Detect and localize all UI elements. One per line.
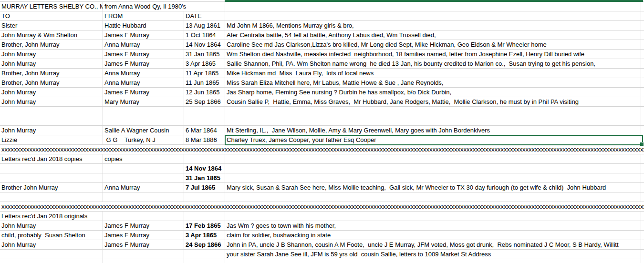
cell-from[interactable] bbox=[103, 173, 184, 182]
cell-notes[interactable]: Cousin Sallie P, Hattie, Emma, Miss Grav… bbox=[225, 97, 641, 106]
cell-date[interactable]: 7 Jul 1865 bbox=[184, 183, 225, 192]
separator-cell[interactable]: xxxxxxxxxxxxxxxxxxxxxxxxxxxxxxxxxxxxxxxx… bbox=[0, 145, 644, 154]
cell-date[interactable]: 31 Jan 1865 bbox=[184, 50, 225, 59]
cell-to[interactable] bbox=[0, 259, 103, 263]
cell-notes[interactable]: Mary sick, Susan & Sarah See here, Miss … bbox=[225, 183, 641, 192]
cell-date[interactable] bbox=[184, 154, 225, 163]
cell-to[interactable]: Letters rec'd Jan 2018 copies bbox=[0, 154, 103, 163]
cell-notes[interactable]: claim for soldier, bushwacking in state bbox=[225, 231, 641, 240]
cell-date[interactable]: 17 Feb 1865 bbox=[184, 221, 225, 230]
cell-notes[interactable]: Md John M 1866, Mentions Murray girls & … bbox=[225, 21, 641, 30]
cell-to[interactable]: child, probably Susan Shelton bbox=[0, 231, 103, 240]
cell-notes[interactable]: John in PA, uncle J B Shannon, cousin A … bbox=[225, 240, 641, 249]
cell-date[interactable]: 13 Aug 1861 bbox=[184, 21, 225, 30]
cell-date[interactable]: 14 Nov 1864 bbox=[184, 40, 225, 49]
cell-to[interactable] bbox=[0, 173, 103, 182]
cell-from[interactable]: James F Murray bbox=[103, 88, 184, 97]
cell-date[interactable]: 8 Mar 1886 bbox=[184, 135, 225, 144]
cell-notes[interactable] bbox=[225, 11, 641, 20]
cell-date[interactable] bbox=[184, 192, 225, 202]
cell-date[interactable] bbox=[184, 250, 225, 259]
cell-notes[interactable] bbox=[225, 2, 641, 11]
cell-notes[interactable] bbox=[225, 154, 641, 163]
cell-from[interactable]: James F Murray bbox=[103, 240, 184, 249]
selected-cell[interactable]: Charley Truex, James Cooper, your father… bbox=[225, 135, 641, 144]
cell-date[interactable] bbox=[184, 259, 225, 263]
cell-notes[interactable] bbox=[225, 192, 641, 202]
cell-date[interactable]: 12 Jun 1865 bbox=[184, 88, 225, 97]
cell-from[interactable] bbox=[103, 164, 184, 173]
cell-notes[interactable]: Mike Hickman md Miss Laura Ely, lots of … bbox=[225, 69, 641, 78]
cell-from[interactable]: James F Murray bbox=[103, 59, 184, 68]
separator-cell[interactable]: xxxxxxxxxxxxxxxxxxxxxxxxxxxxxxxxxxxxxxxx… bbox=[0, 202, 644, 211]
cell-date[interactable]: 14 Nov 1864 bbox=[184, 164, 225, 173]
cell-notes[interactable] bbox=[225, 173, 641, 182]
cell-date[interactable]: 3 Apr 1865 bbox=[184, 59, 225, 68]
cell-from[interactable] bbox=[103, 192, 184, 202]
cell-from[interactable]: Sallie A Wagner Cousin bbox=[103, 126, 184, 135]
cell-date[interactable]: 31 Jan 1865 bbox=[184, 173, 225, 182]
cell-to[interactable] bbox=[0, 250, 103, 259]
cell-date[interactable]: 24 Sep 1866 bbox=[184, 240, 225, 249]
cell-to[interactable]: Brother, John Murray bbox=[0, 78, 103, 87]
cell-date[interactable] bbox=[184, 107, 225, 116]
cell-notes[interactable]: Afer Centralia battle, 54 fell at battle… bbox=[225, 30, 641, 40]
cell-to[interactable]: Letters rec'd Jan 2018 originals bbox=[0, 212, 103, 221]
cell-to[interactable] bbox=[0, 116, 103, 125]
cell-from[interactable]: FROM bbox=[103, 11, 184, 20]
cell-from[interactable]: G G Turkey, N J bbox=[103, 135, 184, 144]
cell-to[interactable]: John Murray bbox=[0, 97, 103, 106]
cell-notes[interactable]: Wm Shelton died Nashville, measles infec… bbox=[225, 50, 641, 59]
cell-date[interactable]: 3 Apr 1865 bbox=[184, 231, 225, 240]
cell-date[interactable] bbox=[184, 212, 225, 221]
cell-notes[interactable]: Sallie Shannon, Phil, PA. Wm Shelton nam… bbox=[225, 59, 641, 68]
cell-to[interactable]: Brother, John Murray bbox=[0, 69, 103, 78]
cell-date[interactable] bbox=[184, 116, 225, 125]
cell-date[interactable]: DATE bbox=[184, 11, 225, 20]
cell-to[interactable]: Sister bbox=[0, 21, 103, 30]
cell-to[interactable]: Brother, John Murray bbox=[0, 40, 103, 49]
cell-notes[interactable]: Miss Sarah Eliza Mitchell here, Mr Labus… bbox=[225, 78, 641, 87]
cell-to[interactable] bbox=[0, 107, 103, 116]
cell-to[interactable]: John Murray bbox=[0, 126, 103, 135]
cell-notes[interactable] bbox=[225, 212, 641, 221]
cell-from[interactable]: Anna Murray bbox=[103, 183, 184, 192]
cell-date[interactable]: 11 Jun 1865 bbox=[184, 78, 225, 87]
cell-notes[interactable]: Jas Wm ? goes to town with his mother, bbox=[225, 221, 641, 230]
cell-from[interactable]: Anna Murray bbox=[103, 78, 184, 87]
cell-to[interactable]: John Murray bbox=[0, 240, 103, 249]
cell-from[interactable] bbox=[103, 107, 184, 116]
cell-from[interactable]: James F Murray bbox=[103, 221, 184, 230]
cell-to[interactable]: Brother John Murray bbox=[0, 183, 103, 192]
cell-notes[interactable] bbox=[225, 107, 641, 116]
cell-from[interactable] bbox=[103, 212, 184, 221]
cell-from[interactable]: copies bbox=[103, 154, 184, 163]
cell-date[interactable]: 25 Sep 1866 bbox=[184, 97, 225, 106]
cell-notes[interactable]: your sister Sarah Jane See ill, JFM is 5… bbox=[225, 250, 641, 259]
cell-to[interactable]: John Murray bbox=[0, 50, 103, 59]
cell-notes[interactable]: Caroline See md Jas Clarkson,Lizza's bro… bbox=[225, 40, 641, 49]
cell-to[interactable]: MURRAY LETTERS SHELBY CO., MO bbox=[0, 2, 103, 11]
cell-to[interactable] bbox=[0, 164, 103, 173]
cell-to[interactable]: TO bbox=[0, 11, 103, 20]
cell-to[interactable] bbox=[0, 192, 103, 202]
cell-subtitle[interactable]: from Anna Wood Qy, Il 1980's bbox=[103, 2, 225, 11]
cell-to[interactable]: Lizzie bbox=[0, 135, 103, 144]
cell-from[interactable]: Hattie Hubbard bbox=[103, 21, 184, 30]
cell-notes[interactable] bbox=[225, 116, 641, 125]
cell-from[interactable]: James F Murray bbox=[103, 30, 184, 40]
cell-to[interactable]: John Murray bbox=[0, 88, 103, 97]
cell-from[interactable] bbox=[103, 116, 184, 125]
cell-from[interactable] bbox=[103, 250, 184, 259]
cell-from[interactable]: Mary Murray bbox=[103, 97, 184, 106]
cell-from[interactable] bbox=[103, 259, 184, 263]
cell-date[interactable]: 11 Apr 1865 bbox=[184, 69, 225, 78]
cell-notes[interactable] bbox=[225, 259, 641, 263]
cell-notes[interactable]: Jas Sharp home, Fleming See nursing ? Du… bbox=[225, 88, 641, 97]
cell-notes[interactable] bbox=[225, 164, 641, 173]
cell-date[interactable]: 6 Mar 1864 bbox=[184, 126, 225, 135]
cell-notes[interactable]: Mt Sterling, IL., Jane Wilson, Mollie, A… bbox=[225, 126, 641, 135]
cell-to[interactable]: John Murray bbox=[0, 221, 103, 230]
cell-from[interactable]: Anna Murray bbox=[103, 40, 184, 49]
cell-from[interactable]: James F Murray bbox=[103, 231, 184, 240]
